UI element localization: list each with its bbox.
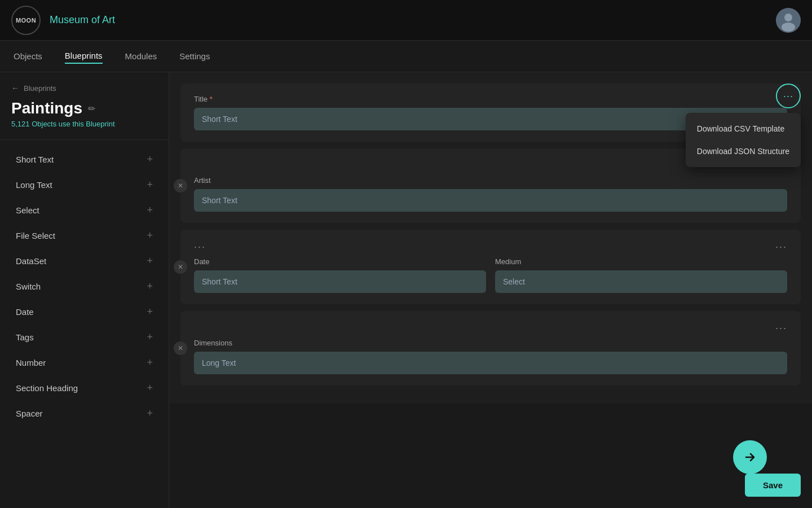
dimensions-dots-menu[interactable]: ··· xyxy=(775,322,787,334)
sidebar-item-label: Section Heading xyxy=(16,383,78,393)
back-arrow-icon: ← xyxy=(11,84,19,93)
topbar-left: MOON Museum of Art xyxy=(11,6,115,35)
page-title-row: Paintings ✏ xyxy=(0,99,169,120)
sidebar-item-short-text[interactable]: Short Text + xyxy=(5,147,164,172)
divider xyxy=(0,139,169,140)
page-title: Paintings xyxy=(11,99,82,117)
overflow-dropdown: Download CSV Template Download JSON Stru… xyxy=(686,113,801,167)
add-number-icon[interactable]: + xyxy=(147,357,153,369)
sidebar-item-label: File Select xyxy=(16,231,55,240)
sidebar-item-file-select[interactable]: File Select + xyxy=(5,223,164,248)
date-input[interactable]: Short Text xyxy=(194,270,486,293)
date-medium-card: ✕ ··· ··· Date Short Text Medium Select xyxy=(180,230,801,304)
objects-count: 5,121 Objects use this Blueprint xyxy=(0,120,169,139)
sidebar-item-spacer[interactable]: Spacer + xyxy=(5,401,164,426)
date-medium-header: ··· ··· xyxy=(194,241,787,253)
logo: MOON xyxy=(11,6,41,35)
sidebar-item-label: DataSet xyxy=(16,256,46,266)
add-select-icon[interactable]: + xyxy=(147,204,153,216)
nav-objects[interactable]: Objects xyxy=(14,49,42,63)
remove-date-medium-button[interactable]: ✕ xyxy=(174,260,187,274)
medium-input[interactable]: Select xyxy=(495,270,787,293)
add-file-select-icon[interactable]: + xyxy=(147,230,153,242)
topbar: MOON Museum of Art xyxy=(0,0,812,41)
download-csv-item[interactable]: Download CSV Template xyxy=(686,117,801,140)
save-button[interactable]: Save xyxy=(745,474,801,497)
add-short-text-icon[interactable]: + xyxy=(147,154,153,165)
dimensions-input[interactable]: Long Text xyxy=(194,352,787,374)
date-col: Date Short Text xyxy=(194,257,486,293)
sidebar-item-label: Tags xyxy=(16,332,34,342)
sidebar-item-label: Select xyxy=(16,205,39,215)
sidebar-item-switch[interactable]: Switch + xyxy=(5,274,164,299)
sidebar-list: Short Text + Long Text + Select + File S… xyxy=(0,147,169,497)
add-dataset-icon[interactable]: + xyxy=(147,255,153,267)
sidebar-item-section-heading[interactable]: Section Heading + xyxy=(5,375,164,401)
sidebar-item-label: Spacer xyxy=(16,409,43,418)
dimensions-label: Dimensions xyxy=(194,339,787,347)
count-label: Objects use this Blueprint xyxy=(30,120,115,128)
date-dots-menu[interactable]: ··· xyxy=(194,241,206,253)
breadcrumb[interactable]: ← Blueprints xyxy=(0,84,169,99)
medium-col: Medium Select xyxy=(495,257,787,293)
add-long-text-icon[interactable]: + xyxy=(147,179,153,191)
nav-settings[interactable]: Settings xyxy=(179,49,210,63)
artist-input[interactable]: Short Text xyxy=(194,189,787,212)
svg-point-2 xyxy=(782,23,795,32)
sidebar-item-select[interactable]: Select + xyxy=(5,198,164,223)
remove-dimensions-button[interactable]: ✕ xyxy=(174,341,187,355)
sidebar-item-date[interactable]: Date + xyxy=(5,299,164,325)
medium-dots-menu[interactable]: ··· xyxy=(775,241,787,253)
add-section-heading-icon[interactable]: + xyxy=(147,382,153,394)
dimensions-card-header: ··· xyxy=(194,322,787,334)
sidebar-item-label: Switch xyxy=(16,282,41,291)
nav: Objects Blueprints Modules Settings xyxy=(0,41,812,72)
sidebar-item-number[interactable]: Number + xyxy=(5,350,164,375)
two-col-row: Date Short Text Medium Select xyxy=(194,257,787,293)
date-label: Date xyxy=(194,257,486,266)
sidebar-item-tags[interactable]: Tags + xyxy=(5,325,164,350)
overflow-dots-icon: ··· xyxy=(783,90,793,102)
title-label: Title * xyxy=(194,95,787,103)
add-date-icon[interactable]: + xyxy=(147,306,153,318)
edit-icon[interactable]: ✏ xyxy=(88,103,95,114)
dimensions-field-card: ✕ ··· Dimensions Long Text xyxy=(180,311,801,386)
left-panel: ← Blueprints Paintings ✏ 5,121 Objects u… xyxy=(0,72,169,508)
sidebar-item-label: Short Text xyxy=(16,155,54,164)
required-star: * xyxy=(208,95,213,103)
add-tags-icon[interactable]: + xyxy=(147,331,153,343)
svg-point-1 xyxy=(784,14,792,21)
avatar[interactable] xyxy=(776,8,801,33)
nav-modules[interactable]: Modules xyxy=(125,49,157,63)
nav-blueprints[interactable]: Blueprints xyxy=(65,49,103,64)
add-spacer-icon[interactable]: + xyxy=(147,408,153,419)
sidebar-item-dataset[interactable]: DataSet + xyxy=(5,248,164,274)
add-switch-icon[interactable]: + xyxy=(147,281,153,292)
overflow-button[interactable]: ··· xyxy=(776,84,801,108)
breadcrumb-label: Blueprints xyxy=(24,84,56,93)
forward-fab-button[interactable] xyxy=(733,440,767,474)
remove-artist-button[interactable]: ✕ xyxy=(174,179,187,192)
download-json-item[interactable]: Download JSON Structure xyxy=(686,140,801,163)
sidebar-item-label: Date xyxy=(16,307,34,317)
count-number: 5,121 xyxy=(11,120,30,128)
artist-label: Artist xyxy=(194,176,787,185)
app-title: Museum of Art xyxy=(50,14,115,26)
sidebar-item-label: Long Text xyxy=(16,180,52,190)
content: ← Blueprints Paintings ✏ 5,121 Objects u… xyxy=(0,72,812,508)
sidebar-item-label: Number xyxy=(16,358,46,367)
medium-label: Medium xyxy=(495,257,787,266)
sidebar-item-long-text[interactable]: Long Text + xyxy=(5,172,164,198)
main-container: Title * Short Text ✕ ··· Artist Short Te… xyxy=(169,72,812,508)
